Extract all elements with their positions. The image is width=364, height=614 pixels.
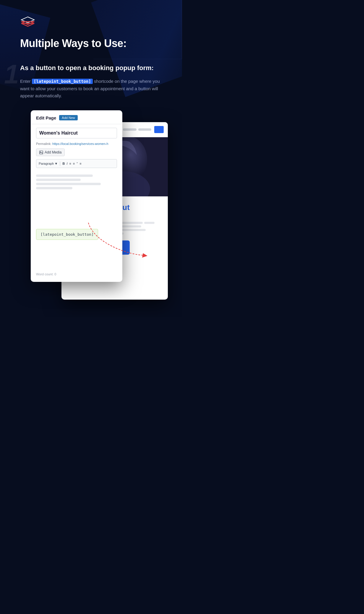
wp-toolbar: Paragraph ▼ | B I ≡ ≡ " ≡ <box>36 159 117 168</box>
step-section: 1 As a button to open a booking popup fo… <box>0 50 182 300</box>
paragraph-selector[interactable]: Paragraph ▼ <box>39 162 58 165</box>
quote-button[interactable]: " <box>77 162 78 165</box>
stack-icon <box>20 16 35 29</box>
main-heading: Multiple Ways to Use: <box>0 30 182 50</box>
desc-before: Enter <box>20 79 32 84</box>
wp-editor-body[interactable] <box>31 171 122 224</box>
placeholder-line <box>36 187 72 189</box>
word-count: Word count: 0 <box>31 269 61 276</box>
wp-permalink: Permalink: https://local.booking/service… <box>31 142 122 148</box>
permalink-label: Permalink: <box>36 142 51 146</box>
site-cta-button[interactable] <box>154 126 164 133</box>
nav-item[interactable] <box>123 128 136 131</box>
placeholder-lines <box>36 174 117 189</box>
wp-title-field[interactable]: Women's Haircut <box>36 128 117 138</box>
step-title: As a button to open a booking popup form… <box>20 64 162 72</box>
dropdown-chevron: ▼ <box>54 162 58 165</box>
wp-panel-header: Edit Page Add New <box>31 110 122 124</box>
bold-button[interactable]: B <box>62 162 65 165</box>
step-description: Enter [latepoint_book_button] shortcode … <box>20 78 162 100</box>
nav-item[interactable] <box>138 128 151 131</box>
placeholder-line <box>36 179 81 181</box>
list-button[interactable]: ≡ <box>69 162 71 165</box>
list-button-2[interactable]: ≡ <box>73 162 75 165</box>
add-media-label: Add Media <box>45 150 61 154</box>
main-content: Multiple Ways to Use: 1 As a button to o… <box>0 0 182 317</box>
placeholder-line <box>36 174 93 177</box>
add-media-button[interactable]: Add Media <box>36 148 65 156</box>
add-new-button[interactable]: Add New <box>59 115 78 120</box>
shortcode-inline: [latepoint_book_button] <box>32 79 93 84</box>
placeholder-line <box>36 183 101 185</box>
logo-area <box>0 0 182 30</box>
align-button[interactable]: ≡ <box>79 162 81 165</box>
permalink-url[interactable]: https://local.booking/services-women-h <box>52 142 108 146</box>
wp-panel-title: Edit Page <box>36 115 56 120</box>
paragraph-label: Paragraph <box>39 162 54 165</box>
italic-button[interactable]: I <box>66 162 67 165</box>
demo-area: Edit Page Add New Women's Haircut Permal… <box>31 110 162 300</box>
add-media-icon <box>39 151 43 154</box>
dashed-arrow <box>77 220 150 264</box>
svg-rect-3 <box>40 151 43 154</box>
svg-marker-5 <box>142 253 147 258</box>
step-number: 1 <box>4 61 19 88</box>
